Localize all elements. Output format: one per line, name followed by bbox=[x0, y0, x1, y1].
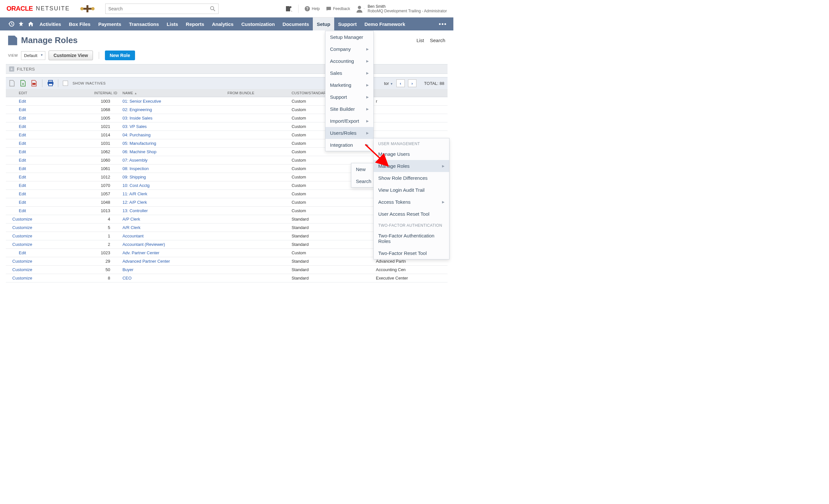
role-name-link[interactable]: Adv. Partner Center bbox=[122, 250, 159, 255]
menu-item-access-tokens[interactable]: Access Tokens▶ bbox=[374, 196, 449, 208]
menu-item-setup-manager[interactable]: Setup Manager bbox=[325, 31, 373, 43]
menu-item-users-roles[interactable]: Users/Roles▶ bbox=[325, 127, 373, 139]
role-name-link[interactable]: 01: Senior Executive bbox=[122, 99, 161, 104]
view-select[interactable]: Default bbox=[21, 51, 45, 60]
role-name-link[interactable]: CEO bbox=[122, 276, 132, 281]
menu-item-integration[interactable]: Integration▶ bbox=[325, 139, 373, 151]
role-name-link[interactable]: 13: Controller bbox=[122, 208, 148, 213]
nav-item-customization[interactable]: Customization bbox=[238, 17, 279, 30]
menu-item-manage-users[interactable]: Manage Users bbox=[374, 148, 449, 160]
column-header[interactable] bbox=[373, 89, 447, 97]
role-name-link[interactable]: 05: Manufacturing bbox=[122, 141, 156, 146]
nav-item-transactions[interactable]: Transactions bbox=[125, 17, 163, 30]
edit-link[interactable]: Edit bbox=[6, 106, 64, 114]
menu-item-support[interactable]: Support▶ bbox=[325, 91, 373, 103]
edit-link[interactable]: Edit bbox=[6, 165, 64, 173]
edit-link[interactable]: Customize bbox=[6, 265, 64, 274]
edit-link[interactable]: Edit bbox=[6, 148, 64, 156]
role-name-link[interactable]: 12: A/P Clerk bbox=[122, 200, 147, 205]
expand-filters-icon[interactable]: + bbox=[9, 66, 14, 72]
show-inactives-checkbox[interactable] bbox=[63, 81, 68, 86]
edit-link[interactable]: Edit bbox=[6, 114, 64, 122]
nav-item-reports[interactable]: Reports bbox=[182, 17, 208, 30]
role-name-link[interactable]: 07: Assembly bbox=[122, 158, 147, 163]
filters-bar[interactable]: + FILTERS bbox=[6, 64, 447, 74]
menu-item-view-login-audit-trail[interactable]: View Login Audit Trail bbox=[374, 184, 449, 196]
nav-item-lists[interactable]: Lists bbox=[163, 17, 182, 30]
edit-link[interactable]: Edit bbox=[6, 181, 64, 190]
role-name-link[interactable]: 02: Engineering bbox=[122, 107, 152, 112]
nav-item-documents[interactable]: Documents bbox=[279, 17, 313, 30]
edit-link[interactable]: Edit bbox=[6, 97, 64, 106]
role-name-link[interactable]: 09: Shipping bbox=[122, 175, 146, 179]
customize-view-button[interactable]: Customize View bbox=[48, 50, 93, 60]
nav-item-activities[interactable]: Activities bbox=[36, 17, 65, 30]
edit-link[interactable]: Edit bbox=[6, 198, 64, 207]
list-link[interactable]: List bbox=[417, 38, 424, 43]
role-name-link[interactable]: 11: A/R Clerk bbox=[122, 191, 147, 196]
column-header[interactable]: NAME ▲ bbox=[120, 89, 225, 97]
menu-item-two-factor-reset-tool[interactable]: Two-Factor Reset Tool bbox=[374, 247, 449, 259]
export-csv-icon[interactable] bbox=[9, 80, 15, 87]
nav-item-setup[interactable]: Setup bbox=[313, 17, 334, 30]
search-link[interactable]: Search bbox=[430, 38, 445, 43]
edit-link[interactable]: Edit bbox=[6, 173, 64, 181]
menu-item-user-access-reset-tool[interactable]: User Access Reset Tool bbox=[374, 208, 449, 220]
menu-item-marketing[interactable]: Marketing▶ bbox=[325, 79, 373, 91]
menu-item-site-builder[interactable]: Site Builder▶ bbox=[325, 103, 373, 115]
role-name-link[interactable]: 03: VP Sales bbox=[122, 124, 147, 129]
column-header[interactable]: FROM BUNDLE bbox=[225, 89, 289, 97]
role-name-link[interactable]: 03: Inside Sales bbox=[122, 116, 152, 120]
role-name-link[interactable]: Accountant (Reviewer) bbox=[122, 242, 165, 247]
search-icon[interactable] bbox=[210, 6, 216, 12]
edit-link[interactable]: Edit bbox=[6, 122, 64, 131]
export-excel-icon[interactable]: X bbox=[20, 80, 27, 87]
edit-link[interactable]: Customize bbox=[6, 240, 64, 249]
shortcuts-star-icon[interactable] bbox=[16, 17, 26, 30]
edit-link[interactable]: Edit bbox=[6, 156, 64, 165]
column-header[interactable]: EDIT bbox=[6, 89, 64, 97]
role-name-link[interactable]: 06: Machine Shop bbox=[122, 149, 156, 154]
role-name-link[interactable]: A/R Clerk bbox=[122, 225, 141, 230]
new-role-button[interactable]: New Role bbox=[105, 50, 135, 60]
search-input[interactable] bbox=[108, 6, 210, 11]
global-search[interactable] bbox=[105, 4, 219, 14]
edit-link[interactable]: Edit bbox=[6, 139, 64, 148]
menu-item-show-role-differences[interactable]: Show Role Differences bbox=[374, 172, 449, 184]
menu-item-accounting[interactable]: Accounting▶ bbox=[325, 55, 373, 67]
menu-item-sales[interactable]: Sales▶ bbox=[325, 67, 373, 79]
nav-overflow[interactable]: ••• bbox=[439, 21, 447, 28]
role-name-link[interactable]: 08: Inspection bbox=[122, 166, 149, 171]
recent-records-icon[interactable] bbox=[6, 17, 16, 30]
menu-item-import-export[interactable]: Import/Export▶ bbox=[325, 115, 373, 127]
role-name-link[interactable]: Accountant bbox=[122, 233, 143, 239]
edit-link[interactable]: Edit bbox=[6, 249, 64, 257]
menu-item-company[interactable]: Company▶ bbox=[325, 43, 373, 55]
role-name-link[interactable]: Buyer bbox=[122, 267, 134, 272]
nav-item-demo-framework[interactable]: Demo Framework bbox=[360, 17, 409, 30]
menu-item-manage-roles[interactable]: Manage Roles▶ bbox=[374, 160, 449, 172]
edit-link[interactable]: Customize bbox=[6, 215, 64, 223]
feedback-button[interactable]: Feedback bbox=[326, 6, 350, 12]
page-prev-button[interactable]: ‹ bbox=[396, 79, 405, 87]
sort-indicator[interactable]: tor ▼ bbox=[384, 81, 393, 86]
role-name-link[interactable]: A/P Clerk bbox=[122, 217, 140, 222]
edit-link[interactable]: Edit bbox=[6, 131, 64, 139]
export-pdf-icon[interactable] bbox=[31, 80, 38, 87]
edit-link[interactable]: Customize bbox=[6, 223, 64, 232]
print-icon[interactable] bbox=[47, 80, 53, 87]
edit-link[interactable]: Edit bbox=[6, 190, 64, 198]
edit-link[interactable]: Customize bbox=[6, 274, 64, 282]
help-button[interactable]: ? Help bbox=[304, 6, 320, 12]
user-menu[interactable]: ▼ Ben Smith RoboMQ Development Trailing … bbox=[356, 4, 447, 13]
page-next-button[interactable]: › bbox=[408, 79, 417, 87]
role-name-link[interactable]: 10: Cost Acctg bbox=[122, 183, 150, 188]
role-name-link[interactable]: Advanced Partner Center bbox=[122, 259, 170, 264]
nav-item-analytics[interactable]: Analytics bbox=[208, 17, 238, 30]
menu-item-two-factor-authentication-roles[interactable]: Two-Factor Authentication Roles bbox=[374, 230, 449, 247]
column-header[interactable]: INTERNAL ID bbox=[64, 89, 120, 97]
edit-link[interactable]: Customize bbox=[6, 232, 64, 240]
home-icon[interactable] bbox=[26, 17, 36, 30]
role-name-link[interactable]: 04: Purchasing bbox=[122, 133, 151, 137]
edit-link[interactable]: Customize bbox=[6, 257, 64, 265]
